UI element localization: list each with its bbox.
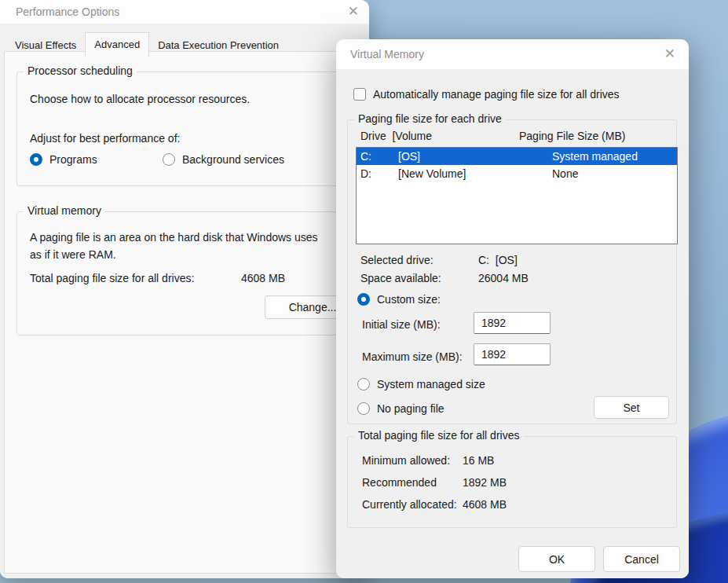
virtual-memory-group: Virtual memory A paging file is an area … <box>16 211 356 336</box>
checkbox-icon <box>353 88 366 101</box>
virtual-memory-titlebar: Virtual Memory ✕ <box>336 39 689 69</box>
paging-file-description-line2: as if it were RAM. <box>30 248 116 261</box>
drive-letter: D: <box>360 165 398 182</box>
tab-visual-effects[interactable]: Visual Effects <box>6 35 85 56</box>
close-icon[interactable]: ✕ <box>664 47 675 60</box>
close-icon[interactable]: ✕ <box>348 5 359 18</box>
processor-scheduling-group: Processor scheduling Choose how to alloc… <box>16 72 356 186</box>
space-available-label: Space available: <box>360 272 441 284</box>
drive-row-d[interactable]: D: [New Volume] None <box>357 165 677 182</box>
initial-size-label: Initial size (MB): <box>362 318 441 331</box>
selected-drive-value: C: [OS] <box>478 254 518 266</box>
radio-no-paging-file[interactable]: No paging file <box>357 402 444 415</box>
total-paging-value: 4608 MB <box>241 272 285 284</box>
radio-system-managed-icon <box>357 378 370 390</box>
auto-manage-label: Automatically manage paging file size fo… <box>373 88 620 101</box>
tab-data-execution-prevention[interactable]: Data Execution Prevention <box>149 35 287 56</box>
total-paging-label: Total paging file size for all drives: <box>30 272 194 284</box>
radio-programs-icon <box>30 153 42 166</box>
radio-system-managed-label: System managed size <box>377 378 485 390</box>
set-button[interactable]: Set <box>594 396 669 419</box>
radio-programs-label: Programs <box>49 153 97 166</box>
drive-volume: [OS] <box>398 148 552 165</box>
drive-list[interactable]: C: [OS] System managed D: [New Volume] N… <box>356 147 678 244</box>
performance-options-body: Visual Effects Advanced Data Execution P… <box>0 24 369 578</box>
maximum-size-label: Maximum size (MB): <box>362 350 463 363</box>
group-label: Total paging file size for all drives <box>354 429 523 442</box>
drive-row-c[interactable]: C: [OS] System managed <box>357 148 677 165</box>
drive-volume: [New Volume] <box>398 165 552 182</box>
maximum-size-input[interactable] <box>474 343 551 365</box>
auto-manage-checkbox-row[interactable]: Automatically manage paging file size fo… <box>353 88 620 101</box>
initial-size-input[interactable] <box>474 312 551 334</box>
currently-allocated-label: Currently allocated: <box>362 498 457 511</box>
currently-allocated-value: 4608 MB <box>463 498 507 511</box>
tab-advanced[interactable]: Advanced <box>85 32 149 57</box>
radio-custom-size-icon <box>357 293 370 306</box>
drive-paging-size: None <box>552 165 677 182</box>
virtual-memory-body: Automatically manage paging file size fo… <box>336 69 689 578</box>
paging-file-description-line1: A paging file is an area on the hard dis… <box>30 231 318 244</box>
minimum-allowed-label: Minimum allowed: <box>362 454 450 467</box>
size-column-header: Paging File Size (MB) <box>519 130 625 142</box>
minimum-allowed-value: 16 MB <box>463 454 494 467</box>
radio-system-managed[interactable]: System managed size <box>357 378 485 390</box>
advanced-tab-page: Processor scheduling Choose how to alloc… <box>4 51 365 574</box>
processor-scheduling-description: Choose how to allocate processor resourc… <box>30 93 250 105</box>
radio-background-services[interactable]: Background services <box>163 153 284 166</box>
adjust-performance-label: Adjust for best performance of: <box>30 132 180 145</box>
performance-options-titlebar: Performance Options ✕ <box>0 0 369 24</box>
drive-column-header: Drive [Volume <box>360 130 432 142</box>
radio-no-paging-file-icon <box>357 402 370 415</box>
radio-no-paging-file-label: No paging file <box>377 402 444 415</box>
ok-button[interactable]: OK <box>518 546 595 572</box>
group-label: Paging file size for each drive <box>354 112 506 125</box>
space-available-value: 26004 MB <box>478 272 529 284</box>
window-title: Performance Options <box>16 6 119 18</box>
radio-background-services-icon <box>163 153 175 166</box>
dialog-title: Virtual Memory <box>350 48 424 60</box>
recommended-label: Recommended <box>362 476 437 489</box>
radio-custom-size[interactable]: Custom size: <box>357 293 441 306</box>
radio-background-services-label: Background services <box>182 153 284 166</box>
drive-letter: C: <box>360 148 398 165</box>
selected-drive-label: Selected drive: <box>360 254 434 266</box>
cancel-button[interactable]: Cancel <box>603 546 680 572</box>
group-label: Processor scheduling <box>24 64 137 77</box>
radio-custom-size-label: Custom size: <box>377 293 441 306</box>
drive-paging-size: System managed <box>552 148 677 165</box>
group-label: Virtual memory <box>24 204 105 217</box>
virtual-memory-dialog: Virtual Memory ✕ Automatically manage pa… <box>336 39 689 578</box>
tab-bar: Visual Effects Advanced Data Execution P… <box>6 32 287 56</box>
radio-programs[interactable]: Programs <box>30 153 97 166</box>
performance-options-window: Performance Options ✕ Visual Effects Adv… <box>0 0 369 578</box>
paging-file-size-group: Paging file size for each drive Drive [V… <box>347 119 677 424</box>
total-paging-size-group: Total paging file size for all drives Mi… <box>347 436 677 528</box>
recommended-value: 1892 MB <box>463 476 507 489</box>
